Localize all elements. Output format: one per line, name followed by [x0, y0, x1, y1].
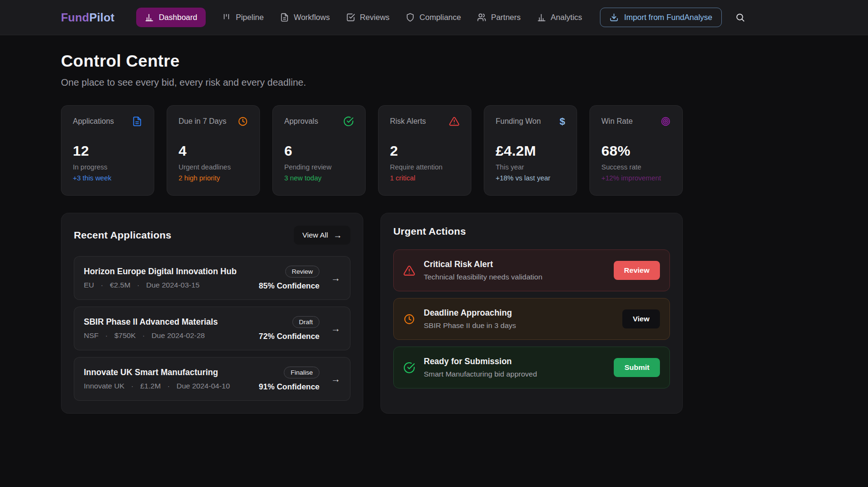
urgent-item-description: SBIR Phase II due in 3 days [424, 321, 614, 330]
nav-item-label: Dashboard [159, 13, 197, 22]
recent-applications-title: Recent Applications [74, 229, 171, 241]
stat-card-applications[interactable]: Applications 12 In progress +3 this week [61, 105, 154, 196]
urgent-item-title: Deadline Approaching [424, 308, 614, 318]
bar-chart-icon [537, 13, 546, 22]
dot-separator: · [131, 382, 133, 390]
stat-title: Risk Alerts [390, 117, 426, 126]
alert-triangle-icon [449, 116, 459, 127]
review-button[interactable]: Review [614, 261, 660, 280]
view-all-label: View All [302, 231, 328, 239]
dot-separator: · [101, 281, 103, 289]
application-amount: $750K [114, 331, 136, 340]
brand-fund: Fund [61, 11, 89, 24]
urgent-item-deadline-approaching[interactable]: Deadline Approaching SBIR Phase II due i… [393, 298, 670, 340]
stat-trend: +12% improvement [601, 174, 671, 182]
search-icon[interactable] [735, 12, 745, 22]
stat-card-win-rate[interactable]: Win Rate 68% Success rate +12% improveme… [589, 105, 683, 196]
application-due: Due 2024-03-15 [146, 281, 200, 289]
nav-item-label: Workflows [294, 13, 330, 22]
view-button[interactable]: View [622, 309, 660, 328]
urgent-item-title: Critical Risk Alert [424, 259, 605, 269]
application-meta: EU · €2.5M · Due 2024-03-15 [84, 281, 259, 289]
clock-icon [403, 313, 415, 325]
confidence-label: 72% Confidence [259, 332, 319, 341]
submit-button[interactable]: Submit [614, 358, 660, 377]
nav-item-partners[interactable]: Partners [477, 13, 520, 22]
stat-sublabel: This year [496, 163, 565, 171]
nav-item-compliance[interactable]: Compliance [406, 13, 461, 22]
stat-value: 68% [601, 143, 671, 159]
stat-title: Applications [73, 117, 114, 126]
application-title: SBIR Phase II Advanced Materials [84, 317, 259, 327]
arrow-right-icon: → [333, 231, 342, 239]
nav-item-workflows[interactable]: Workflows [280, 13, 330, 22]
stat-card-funding-won[interactable]: Funding Won $ £4.2M This year +18% vs la… [484, 105, 577, 196]
page-title: Control Centre [61, 51, 868, 70]
download-icon [609, 13, 619, 22]
shield-icon [406, 13, 415, 22]
stats-row: Applications 12 In progress +3 this week… [61, 105, 683, 196]
stat-title: Funding Won [496, 117, 541, 126]
check-square-icon [346, 13, 355, 22]
stat-title: Approvals [284, 117, 318, 126]
view-all-button[interactable]: View All → [294, 226, 350, 245]
top-nav: FundPilot Dashboard Pipeline Workflows R… [0, 0, 868, 35]
clock-icon [238, 116, 248, 127]
urgent-actions-list: Critical Risk Alert Technical feasibilit… [393, 249, 670, 388]
arrow-right-icon[interactable]: → [331, 374, 340, 385]
stat-sublabel: Pending review [284, 163, 354, 171]
brand-pilot: Pilot [89, 11, 114, 24]
stat-trend: +3 this week [73, 174, 142, 182]
stat-sublabel: In progress [73, 163, 142, 171]
stat-card-approvals[interactable]: Approvals 6 Pending review 3 new today [272, 105, 366, 196]
brand-logo[interactable]: FundPilot [61, 11, 114, 24]
nav-item-reviews[interactable]: Reviews [346, 13, 389, 22]
dot-separator: · [168, 382, 170, 390]
stat-value: 2 [390, 143, 459, 159]
nav-item-dashboard[interactable]: Dashboard [136, 8, 206, 27]
arrow-right-icon[interactable]: → [331, 273, 340, 284]
urgent-item-critical-risk-alert[interactable]: Critical Risk Alert Technical feasibilit… [393, 249, 670, 291]
stat-card-due-in-7-days[interactable]: Due in 7 Days 4 Urgent deadlines 2 high … [167, 105, 260, 196]
kanban-icon [222, 13, 231, 22]
nav-item-label: Analytics [551, 13, 582, 22]
target-icon [660, 116, 671, 127]
nav-item-label: Compliance [419, 13, 461, 22]
dot-separator: · [137, 281, 140, 289]
bar-chart-icon [145, 13, 154, 22]
stat-trend: +18% vs last year [496, 174, 565, 182]
page-subtitle: One place to see every bid, every risk a… [61, 77, 868, 88]
stat-trend: 1 critical [390, 174, 459, 182]
alert-triangle-icon [403, 265, 415, 277]
application-due: Due 2024-04-10 [177, 382, 230, 390]
confidence-label: 91% Confidence [259, 382, 319, 391]
application-title: Horizon Europe Digital Innovation Hub [84, 267, 259, 277]
stat-value: 6 [284, 143, 354, 159]
stat-sublabel: Success rate [601, 163, 671, 171]
application-row-innovate-uk[interactable]: Innovate UK Smart Manufacturing Innovate… [74, 357, 350, 401]
nav-item-label: Partners [491, 13, 520, 22]
stat-card-risk-alerts[interactable]: Risk Alerts 2 Require attention 1 critic… [378, 105, 471, 196]
application-list: Horizon Europe Digital Innovation Hub EU… [74, 256, 350, 401]
stat-sublabel: Urgent deadlines [179, 163, 248, 171]
recent-applications-panel: Recent Applications View All → Horizon E… [61, 213, 363, 414]
stat-trend: 3 new today [284, 174, 354, 182]
stat-value: £4.2M [496, 143, 565, 159]
nav-item-analytics[interactable]: Analytics [537, 13, 582, 22]
application-row-horizon-europe[interactable]: Horizon Europe Digital Innovation Hub EU… [74, 256, 350, 300]
application-row-sbir-phase-ii[interactable]: SBIR Phase II Advanced Materials NSF · $… [74, 307, 350, 350]
urgent-item-ready-for-submission[interactable]: Ready for Submission Smart Manufacturing… [393, 347, 670, 388]
import-button-label: Import from FundAnalyse [624, 13, 712, 22]
status-badge: Review [285, 266, 319, 278]
nav-item-pipeline[interactable]: Pipeline [222, 13, 264, 22]
stat-title: Win Rate [601, 117, 633, 126]
dot-separator: · [142, 331, 145, 340]
import-from-fundanalyse-button[interactable]: Import from FundAnalyse [600, 8, 722, 27]
application-org: NSF [84, 331, 99, 340]
application-title: Innovate UK Smart Manufacturing [84, 368, 259, 378]
panels-row: Recent Applications View All → Horizon E… [61, 213, 683, 414]
application-meta: Innovate UK · £1.2M · Due 2024-04-10 [84, 382, 259, 390]
primary-nav: Dashboard Pipeline Workflows Reviews Com… [136, 8, 582, 27]
application-amount: €2.5M [110, 281, 130, 289]
arrow-right-icon[interactable]: → [331, 323, 340, 334]
